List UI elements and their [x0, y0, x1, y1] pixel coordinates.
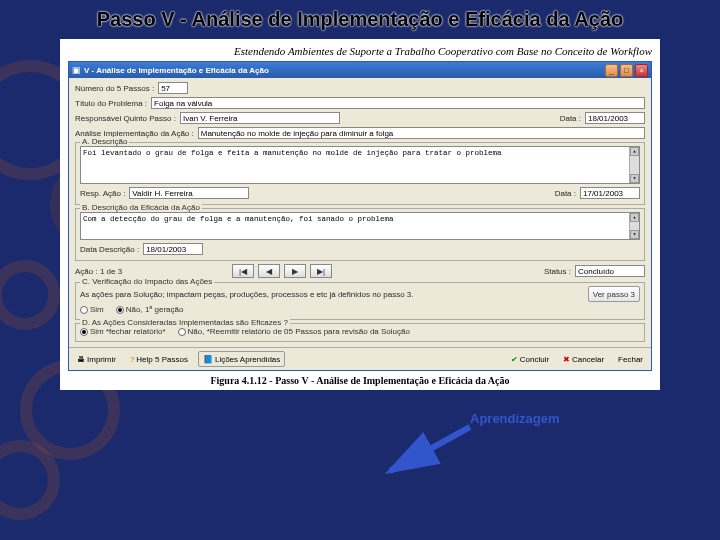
- data-descricao-label: Data Descrição :: [80, 245, 139, 254]
- radio-icon: [178, 328, 186, 336]
- radio-label: Sim *fechar relatório*: [90, 327, 166, 336]
- licoes-button[interactable]: 📘 Lições Aprendidas: [198, 351, 285, 367]
- scroll-up-icon[interactable]: ▴: [630, 213, 639, 222]
- slide-title: Passo V - Análise de Implementação e Efi…: [0, 0, 720, 35]
- titulo-label: Título do Problema :: [75, 99, 147, 108]
- scrollbar[interactable]: ▴ ▾: [629, 147, 639, 183]
- scroll-down-icon[interactable]: ▾: [630, 174, 639, 183]
- cancelar-button[interactable]: ✖ Cancelar: [559, 351, 608, 367]
- eficaz-sim-radio[interactable]: Sim *fechar relatório*: [80, 327, 166, 336]
- frame-impacto: C. Verificação do Impacto das Ações As a…: [75, 282, 645, 320]
- close-button[interactable]: ×: [635, 64, 648, 77]
- radio-icon: [80, 328, 88, 336]
- numero-label: Número do 5 Passos :: [75, 84, 154, 93]
- app-icon: ▣: [72, 65, 81, 75]
- data-acao-field[interactable]: 17/01/2003: [580, 187, 640, 199]
- frame-d-legend: D. As Ações Consideradas Implementadas s…: [80, 318, 290, 327]
- fechar-button[interactable]: Fechar: [614, 351, 647, 367]
- titulo-field[interactable]: Folga na válvula: [151, 97, 645, 109]
- radio-label: Sim: [90, 305, 104, 314]
- data-descricao-field[interactable]: 18/01/2003: [143, 243, 203, 255]
- eficaz-nao-radio[interactable]: Não, *Reemitir relatório de 05 Passos pa…: [178, 327, 410, 336]
- impacto-nao-radio[interactable]: Não, 1ª geração: [116, 305, 184, 314]
- descricao-textarea[interactable]: Foi levantado o grau de folga e feita a …: [80, 146, 640, 184]
- annotation-arrow-icon: [360, 419, 520, 489]
- maximize-button[interactable]: □: [620, 64, 633, 77]
- frame-eficacia: B. Descrição da Eficácia da Ação Com a d…: [75, 208, 645, 261]
- titlebar: ▣ V - Análise de Implementação e Eficáci…: [69, 62, 651, 78]
- figure-caption: Figura 4.1.12 - Passo V - Análise de Imp…: [68, 375, 652, 386]
- printer-icon: 🖶: [77, 355, 85, 364]
- doc-header: Estendendo Ambientes de Suporte a Trabal…: [68, 45, 652, 57]
- analise-field[interactable]: Manutenção no molde de injeção para dimi…: [198, 127, 645, 139]
- nav-next-button[interactable]: ▶: [284, 264, 306, 278]
- help-icon: ?: [130, 355, 134, 364]
- app-window: ▣ V - Análise de Implementação e Eficáci…: [68, 61, 652, 371]
- impacto-question: As ações para Solução; impactam peças, p…: [80, 290, 584, 299]
- button-label: Imprimir: [87, 355, 116, 364]
- check-icon: ✔: [511, 355, 518, 364]
- nav-first-button[interactable]: |◀: [232, 264, 254, 278]
- responsavel-field[interactable]: Ivan V. Ferreira: [180, 112, 340, 124]
- concluir-button[interactable]: ✔ Concluir: [507, 351, 553, 367]
- radio-icon: [116, 306, 124, 314]
- descricao-text: Foi levantado o grau de folga e feita a …: [83, 149, 502, 157]
- button-label: Help 5 Passos: [136, 355, 188, 364]
- eficacia-text: Com a detecção do grau de folga e a manu…: [83, 215, 394, 223]
- svg-line-0: [390, 427, 470, 471]
- frame-c-legend: C. Verificação do Impacto das Ações: [80, 277, 214, 286]
- data-acao-label: Data :: [555, 189, 576, 198]
- button-label: Concluir: [520, 355, 549, 364]
- eficacia-textarea[interactable]: Com a detecção do grau de folga e a manu…: [80, 212, 640, 240]
- button-label: Cancelar: [572, 355, 604, 364]
- frame-eficazes: D. As Ações Consideradas Implementadas s…: [75, 323, 645, 342]
- scroll-down-icon[interactable]: ▾: [630, 230, 639, 239]
- book-icon: 📘: [203, 355, 213, 364]
- annotation-label: Aprendizagem: [470, 411, 560, 426]
- window-title: V - Análise de Implementação e Eficácia …: [84, 66, 603, 75]
- scrollbar[interactable]: ▴ ▾: [629, 213, 639, 239]
- frame-b-legend: B. Descrição da Eficácia da Ação: [80, 203, 202, 212]
- resp-acao-label: Resp. Ação :: [80, 189, 125, 198]
- resp-acao-field[interactable]: Valdir H. Ferreira: [129, 187, 249, 199]
- scroll-up-icon[interactable]: ▴: [630, 147, 639, 156]
- numero-field[interactable]: 57: [158, 82, 188, 94]
- nav-prev-button[interactable]: ◀: [258, 264, 280, 278]
- button-label: Fechar: [618, 355, 643, 364]
- nav-last-button[interactable]: ▶|: [310, 264, 332, 278]
- radio-icon: [80, 306, 88, 314]
- responsavel-label: Responsável Quinto Passo :: [75, 114, 176, 123]
- impacto-sim-radio[interactable]: Sim: [80, 305, 104, 314]
- status-label: Status :: [544, 267, 571, 276]
- frame-descricao: A. Descrição Foi levantado o grau de fol…: [75, 142, 645, 205]
- help-button[interactable]: ? Help 5 Passos: [126, 351, 192, 367]
- imprimir-button[interactable]: 🖶 Imprimir: [73, 351, 120, 367]
- button-label: Lições Aprendidas: [215, 355, 280, 364]
- document-page: Estendendo Ambientes de Suporte a Trabal…: [60, 39, 660, 390]
- acao-counter: Ação : 1 de 3: [75, 267, 122, 276]
- cancel-icon: ✖: [563, 355, 570, 364]
- radio-label: Não, 1ª geração: [126, 305, 184, 314]
- data-field[interactable]: 18/01/2003: [585, 112, 645, 124]
- data-label: Data :: [560, 114, 581, 123]
- frame-a-legend: A. Descrição: [80, 137, 129, 146]
- button-bar: 🖶 Imprimir ? Help 5 Passos 📘 Lições Apre…: [69, 347, 651, 370]
- minimize-button[interactable]: _: [605, 64, 618, 77]
- form-body: Número do 5 Passos : 57 Título do Proble…: [69, 78, 651, 347]
- radio-label: Não, *Reemitir relatório de 05 Passos pa…: [188, 327, 410, 336]
- ver-passo3-button[interactable]: Ver passo 3: [588, 286, 640, 302]
- status-field[interactable]: Concluído: [575, 265, 645, 277]
